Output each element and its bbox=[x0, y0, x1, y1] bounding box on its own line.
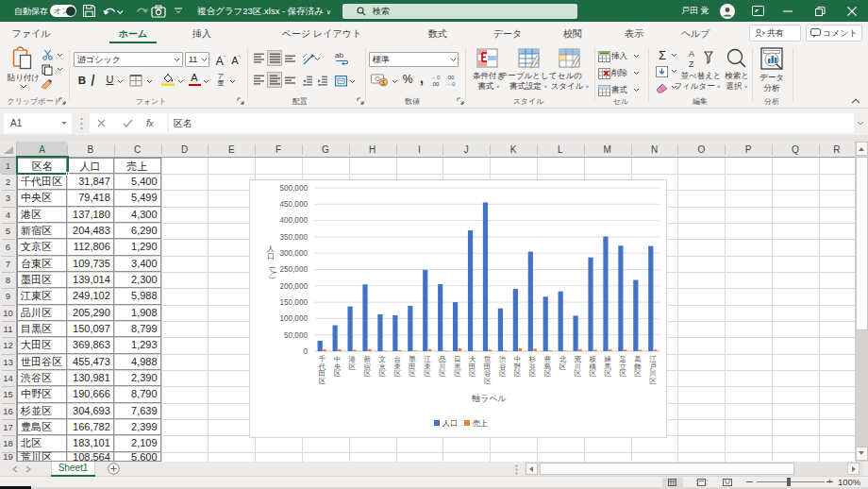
svg-text:練馬区: 練馬区 bbox=[603, 355, 611, 378]
svg-text:荒川区: 荒川区 bbox=[574, 355, 581, 378]
svg-text:中野区: 中野区 bbox=[513, 355, 521, 378]
svg-text:葛飾区: 葛飾区 bbox=[633, 355, 642, 378]
svg-text:200,000: 200,000 bbox=[279, 282, 308, 291]
svg-text:北区: 北区 bbox=[559, 355, 566, 371]
svg-text:品川区: 品川区 bbox=[439, 355, 446, 378]
svg-text:台東区: 台東区 bbox=[393, 355, 401, 378]
svg-text:A: A bbox=[689, 49, 694, 59]
svg-text:$: $ bbox=[382, 79, 386, 86]
svg-text:墨田区: 墨田区 bbox=[409, 355, 416, 378]
svg-text:豊島区: 豊島区 bbox=[543, 355, 551, 378]
svg-text:←0: ←0 bbox=[431, 75, 441, 80]
svg-text:.00: .00 bbox=[446, 75, 455, 80]
svg-text:500,000: 500,000 bbox=[279, 184, 308, 193]
svg-text:250,000: 250,000 bbox=[279, 265, 308, 274]
svg-text:0: 0 bbox=[303, 347, 308, 356]
svg-text:450,000: 450,000 bbox=[279, 200, 308, 209]
svg-text:江戸川区: 江戸川区 bbox=[649, 355, 657, 385]
svg-text:大田区: 大田区 bbox=[469, 355, 476, 378]
svg-text:100,000: 100,000 bbox=[279, 314, 308, 323]
svg-text:文京区: 文京区 bbox=[378, 355, 386, 378]
svg-text:千代田区: 千代田区 bbox=[317, 355, 326, 385]
svg-text:中央区: 中央区 bbox=[333, 355, 341, 378]
svg-text:→0: →0 bbox=[446, 81, 456, 87]
svg-text:江東区: 江東区 bbox=[424, 355, 431, 378]
svg-text:目黒区: 目黒区 bbox=[454, 355, 461, 378]
svg-text:足立区: 足立区 bbox=[619, 355, 626, 378]
svg-text:杉並区: 杉並区 bbox=[527, 355, 536, 378]
svg-text:150,000: 150,000 bbox=[279, 298, 308, 307]
svg-text:人口: 人口 bbox=[442, 419, 458, 428]
svg-text:ab: ab bbox=[335, 51, 343, 59]
svg-text:軸ラベル: 軸ラベル bbox=[472, 394, 507, 403]
svg-text:350,000: 350,000 bbox=[279, 233, 308, 242]
svg-text:板橋区: 板橋区 bbox=[588, 355, 596, 378]
svg-text:新宿区: 新宿区 bbox=[363, 355, 371, 378]
svg-text:人口: 人口 bbox=[266, 244, 275, 261]
svg-text:売上: 売上 bbox=[473, 419, 488, 428]
svg-text:渋谷区: 渋谷区 bbox=[498, 355, 506, 378]
svg-text:(人): (人) bbox=[269, 266, 277, 279]
svg-text:300,000: 300,000 bbox=[279, 249, 308, 258]
svg-text:50,000: 50,000 bbox=[283, 331, 307, 340]
svg-text:Z: Z bbox=[689, 59, 694, 69]
svg-text:港区: 港区 bbox=[348, 355, 356, 371]
svg-text:400,000: 400,000 bbox=[279, 216, 308, 225]
svg-text:世田谷区: 世田谷区 bbox=[484, 355, 492, 385]
svg-text:.00: .00 bbox=[431, 81, 440, 87]
